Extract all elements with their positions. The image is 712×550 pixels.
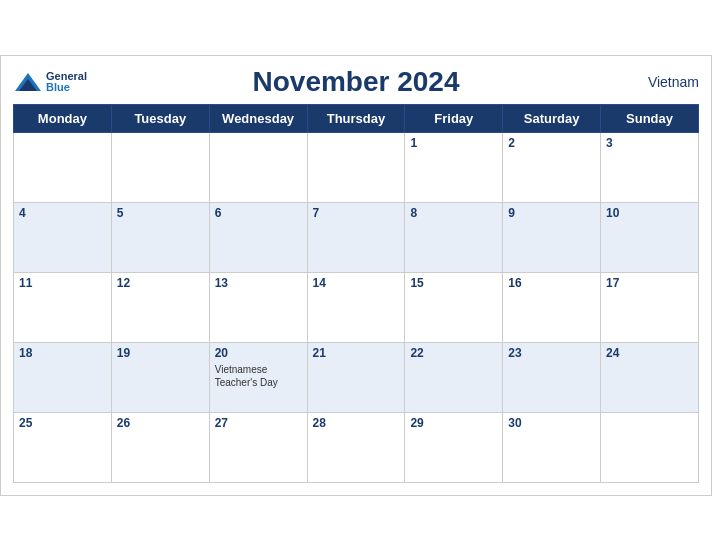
- calendar-week-row: 11121314151617: [14, 272, 699, 342]
- logo-blue-text: Blue: [46, 82, 87, 93]
- day-number: 2: [508, 136, 515, 150]
- calendar-thead: Monday Tuesday Wednesday Thursday Friday…: [14, 104, 699, 132]
- calendar-day-cell: 21: [307, 342, 405, 412]
- calendar-week-row: 45678910: [14, 202, 699, 272]
- day-number: 18: [19, 346, 32, 360]
- calendar-header: General Blue November 2024 Vietnam: [13, 66, 699, 98]
- header-monday: Monday: [14, 104, 112, 132]
- calendar-day-cell: 2: [503, 132, 601, 202]
- calendar-day-cell: 23: [503, 342, 601, 412]
- calendar-title: November 2024: [252, 66, 459, 98]
- header-saturday: Saturday: [503, 104, 601, 132]
- logo-icon: [13, 71, 43, 93]
- day-number: 26: [117, 416, 130, 430]
- calendar-day-cell: 24: [601, 342, 699, 412]
- calendar-week-row: 123: [14, 132, 699, 202]
- country-label: Vietnam: [648, 74, 699, 90]
- calendar-day-cell: 15: [405, 272, 503, 342]
- calendar-day-cell: 14: [307, 272, 405, 342]
- calendar-day-cell: 5: [111, 202, 209, 272]
- calendar-day-cell: 19: [111, 342, 209, 412]
- header-tuesday: Tuesday: [111, 104, 209, 132]
- day-number: 17: [606, 276, 619, 290]
- day-number: 13: [215, 276, 228, 290]
- calendar-day-cell: 1: [405, 132, 503, 202]
- calendar-week-row: 181920Vietnamese Teacher's Day21222324: [14, 342, 699, 412]
- calendar-day-cell: 29: [405, 412, 503, 482]
- calendar-day-cell: 20Vietnamese Teacher's Day: [209, 342, 307, 412]
- day-number: 4: [19, 206, 26, 220]
- day-number: 3: [606, 136, 613, 150]
- day-number: 27: [215, 416, 228, 430]
- day-number: 15: [410, 276, 423, 290]
- calendar-day-cell: [601, 412, 699, 482]
- calendar-day-cell: 3: [601, 132, 699, 202]
- calendar-day-cell: 13: [209, 272, 307, 342]
- header-friday: Friday: [405, 104, 503, 132]
- calendar-day-cell: [111, 132, 209, 202]
- header-wednesday: Wednesday: [209, 104, 307, 132]
- calendar-day-cell: [14, 132, 112, 202]
- calendar-day-cell: 11: [14, 272, 112, 342]
- calendar-day-cell: 27: [209, 412, 307, 482]
- day-number: 22: [410, 346, 423, 360]
- calendar-day-cell: 6: [209, 202, 307, 272]
- calendar-day-cell: 22: [405, 342, 503, 412]
- calendar-day-cell: 7: [307, 202, 405, 272]
- calendar-day-cell: 8: [405, 202, 503, 272]
- calendar-day-cell: 26: [111, 412, 209, 482]
- calendar-container: General Blue November 2024 Vietnam Monda…: [0, 55, 712, 496]
- day-number: 6: [215, 206, 222, 220]
- day-number: 24: [606, 346, 619, 360]
- calendar-day-cell: 16: [503, 272, 601, 342]
- day-number: 5: [117, 206, 124, 220]
- day-number: 10: [606, 206, 619, 220]
- day-number: 30: [508, 416, 521, 430]
- weekday-header-row: Monday Tuesday Wednesday Thursday Friday…: [14, 104, 699, 132]
- calendar-event: Vietnamese Teacher's Day: [215, 363, 302, 389]
- calendar-day-cell: 30: [503, 412, 601, 482]
- day-number: 1: [410, 136, 417, 150]
- day-number: 7: [313, 206, 320, 220]
- day-number: 16: [508, 276, 521, 290]
- calendar-grid: Monday Tuesday Wednesday Thursday Friday…: [13, 104, 699, 483]
- calendar-day-cell: 4: [14, 202, 112, 272]
- calendar-day-cell: 17: [601, 272, 699, 342]
- calendar-day-cell: 25: [14, 412, 112, 482]
- day-number: 8: [410, 206, 417, 220]
- day-number: 23: [508, 346, 521, 360]
- header-sunday: Sunday: [601, 104, 699, 132]
- day-number: 25: [19, 416, 32, 430]
- logo-container: General Blue: [13, 71, 87, 93]
- logo-area: General Blue: [13, 71, 87, 93]
- calendar-day-cell: 18: [14, 342, 112, 412]
- day-number: 20: [215, 346, 228, 360]
- calendar-day-cell: 9: [503, 202, 601, 272]
- day-number: 29: [410, 416, 423, 430]
- logo-words: General Blue: [46, 71, 87, 93]
- calendar-day-cell: 28: [307, 412, 405, 482]
- calendar-day-cell: 12: [111, 272, 209, 342]
- day-number: 14: [313, 276, 326, 290]
- calendar-day-cell: 10: [601, 202, 699, 272]
- day-number: 12: [117, 276, 130, 290]
- day-number: 21: [313, 346, 326, 360]
- day-number: 28: [313, 416, 326, 430]
- day-number: 11: [19, 276, 32, 290]
- day-number: 19: [117, 346, 130, 360]
- calendar-body: 1234567891011121314151617181920Vietnames…: [14, 132, 699, 482]
- calendar-week-row: 252627282930: [14, 412, 699, 482]
- calendar-day-cell: [307, 132, 405, 202]
- header-thursday: Thursday: [307, 104, 405, 132]
- day-number: 9: [508, 206, 515, 220]
- calendar-day-cell: [209, 132, 307, 202]
- logo-general-text: General: [46, 71, 87, 82]
